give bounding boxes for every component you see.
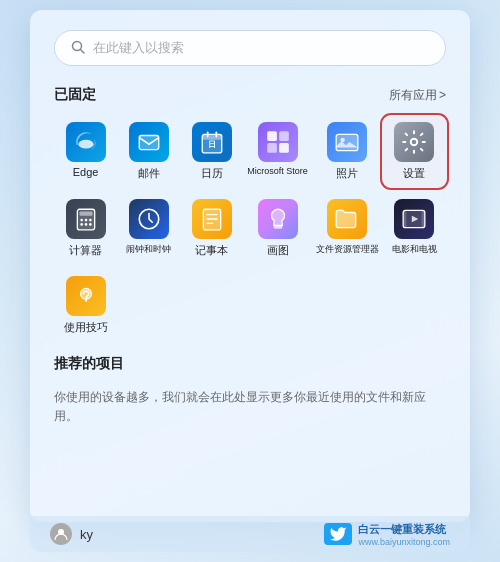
app-item-store[interactable]: Microsoft Store bbox=[243, 116, 312, 187]
user-avatar bbox=[50, 523, 72, 545]
app-item-calculator[interactable]: 计算器 bbox=[54, 193, 117, 264]
notes-icon bbox=[192, 199, 232, 239]
calendar-label: 日历 bbox=[201, 166, 223, 181]
search-icon bbox=[71, 40, 85, 57]
paint-label: 画图 bbox=[267, 243, 289, 258]
movies-label: 电影和电视 bbox=[392, 243, 437, 256]
app-item-clock[interactable]: 闹钟和时钟 bbox=[117, 193, 180, 264]
photos-label: 照片 bbox=[336, 166, 358, 181]
svg-point-22 bbox=[80, 219, 83, 222]
svg-rect-34 bbox=[273, 226, 282, 229]
username: ky bbox=[80, 527, 93, 542]
edge-label: Edge bbox=[73, 166, 99, 178]
svg-rect-15 bbox=[337, 134, 359, 150]
settings-label: 设置 bbox=[403, 166, 425, 181]
watermark-logo bbox=[324, 523, 352, 545]
clock-icon bbox=[129, 199, 169, 239]
settings-icon bbox=[394, 122, 434, 162]
app-grid: Edge 邮件 日 bbox=[54, 116, 446, 341]
svg-rect-39 bbox=[422, 210, 425, 227]
svg-text:日: 日 bbox=[208, 140, 216, 149]
explorer-label: 文件资源管理器 bbox=[316, 243, 379, 256]
app-item-photos[interactable]: 照片 bbox=[312, 116, 383, 187]
watermark: 白云一键重装系统 www.baiyunxitong.com bbox=[324, 522, 450, 547]
app-item-calendar[interactable]: 日 日历 bbox=[180, 116, 243, 187]
svg-rect-21 bbox=[79, 211, 92, 215]
recommended-section-header: 推荐的项目 bbox=[54, 355, 446, 379]
app-item-tips[interactable]: 使用技巧 bbox=[54, 270, 117, 341]
bottom-bar: ky 白云一键重装系统 www.baiyunxitong.com bbox=[30, 516, 470, 552]
recommended-desc: 你使用的设备越多，我们就会在此处显示更多你最近使用的文件和新应用。 bbox=[54, 387, 446, 425]
svg-line-1 bbox=[81, 49, 85, 53]
mail-icon bbox=[129, 122, 169, 162]
paint-icon bbox=[258, 199, 298, 239]
svg-point-41 bbox=[84, 300, 86, 302]
svg-point-23 bbox=[84, 219, 87, 222]
start-menu: 在此键入以搜索 已固定 所有应用 > Edge bbox=[30, 10, 470, 522]
svg-point-18 bbox=[411, 139, 418, 146]
explorer-icon bbox=[327, 199, 367, 239]
svg-rect-13 bbox=[267, 143, 277, 153]
svg-rect-3 bbox=[139, 136, 159, 150]
svg-point-2 bbox=[78, 140, 93, 149]
svg-rect-12 bbox=[279, 131, 289, 141]
photos-icon bbox=[327, 122, 367, 162]
edge-icon bbox=[66, 122, 106, 162]
tips-icon bbox=[66, 276, 106, 316]
mail-label: 邮件 bbox=[138, 166, 160, 181]
svg-point-17 bbox=[341, 138, 345, 142]
search-bar[interactable]: 在此键入以搜索 bbox=[54, 30, 446, 66]
svg-point-27 bbox=[89, 223, 92, 226]
app-item-settings[interactable]: 设置 bbox=[383, 116, 446, 187]
watermark-text-block: 白云一键重装系统 www.baiyunxitong.com bbox=[358, 522, 450, 547]
app-item-notes[interactable]: 记事本 bbox=[180, 193, 243, 264]
clock-label: 闹钟和时钟 bbox=[126, 243, 171, 256]
all-apps-link[interactable]: 所有应用 > bbox=[389, 87, 446, 104]
calculator-label: 计算器 bbox=[69, 243, 102, 258]
svg-rect-14 bbox=[279, 143, 289, 153]
store-label: Microsoft Store bbox=[247, 166, 308, 176]
calculator-icon bbox=[66, 199, 106, 239]
recommended-title: 推荐的项目 bbox=[54, 355, 124, 373]
tips-label: 使用技巧 bbox=[64, 320, 108, 335]
notes-label: 记事本 bbox=[195, 243, 228, 258]
app-item-movies[interactable]: 电影和电视 bbox=[383, 193, 446, 264]
pinned-section-header: 已固定 所有应用 > bbox=[54, 86, 446, 104]
svg-point-26 bbox=[84, 223, 87, 226]
app-item-explorer[interactable]: 文件资源管理器 bbox=[312, 193, 383, 264]
app-item-paint[interactable]: 画图 bbox=[243, 193, 312, 264]
svg-rect-6 bbox=[202, 134, 222, 139]
search-placeholder: 在此键入以搜索 bbox=[93, 39, 429, 57]
calendar-icon: 日 bbox=[192, 122, 232, 162]
svg-point-24 bbox=[89, 219, 92, 222]
movies-icon bbox=[394, 199, 434, 239]
app-item-mail[interactable]: 邮件 bbox=[117, 116, 180, 187]
app-item-edge[interactable]: Edge bbox=[54, 116, 117, 187]
store-icon bbox=[258, 122, 298, 162]
pinned-title: 已固定 bbox=[54, 86, 96, 104]
svg-point-25 bbox=[80, 223, 83, 226]
user-section[interactable]: ky bbox=[50, 523, 93, 545]
svg-rect-38 bbox=[404, 210, 407, 227]
svg-rect-11 bbox=[267, 131, 277, 141]
